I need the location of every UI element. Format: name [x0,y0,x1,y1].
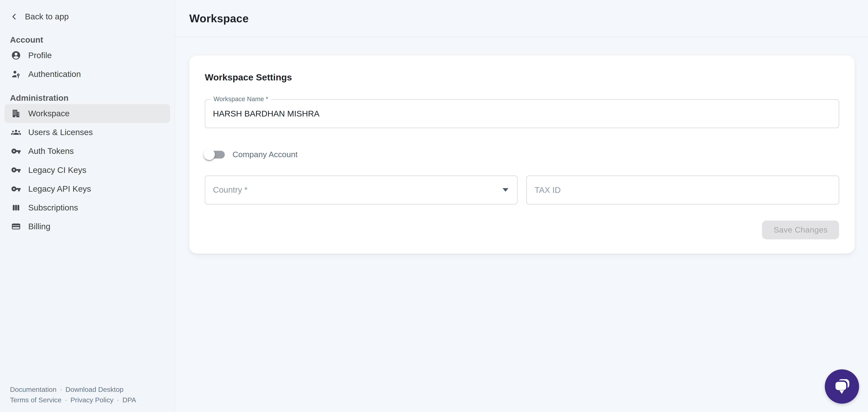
back-to-app-label: Back to app [25,12,69,21]
sidebar-item-label: Legacy CI Keys [28,165,86,175]
key-icon [11,184,21,194]
sidebar: Back to app Account Profile Authenticati… [0,0,175,412]
sidebar-footer: Documentation·Download Desktop Terms of … [0,384,175,412]
footer-separator: · [61,396,70,404]
tax-id-field [526,176,839,204]
sidebar-item-label: Authentication [28,69,81,79]
sidebar-item-label: Subscriptions [28,203,78,212]
key-icon [11,146,21,156]
sidebar-item-profile[interactable]: Profile [4,46,170,65]
sidebar-item-legacy-api-keys[interactable]: Legacy API Keys [4,179,170,198]
workspace-settings-card: Workspace Settings Workspace Name * Comp… [189,55,855,254]
sidebar-item-label: Billing [28,222,51,231]
footer-row: Terms of Service·Privacy Policy·DPA [10,395,168,405]
back-to-app-button[interactable]: Back to app [10,10,164,23]
footer-link-download-desktop[interactable]: Download Desktop [65,386,124,393]
sidebar-item-users-licenses[interactable]: Users & Licenses [4,123,170,142]
card-title: Workspace Settings [205,55,839,83]
footer-separator: · [114,396,122,404]
company-account-toggle[interactable] [205,149,225,160]
columns-icon [11,203,21,213]
building-icon [11,109,21,118]
save-changes-button[interactable]: Save Changes [762,220,839,239]
card-actions: Save Changes [205,220,839,239]
groups-icon [11,127,21,137]
sidebar-section-administration: Administration Workspace Users & License… [0,92,175,236]
account-circle-icon [11,50,21,60]
tax-id-input[interactable] [527,176,839,204]
country-tax-row: Country * [205,176,839,204]
sidebar-item-legacy-ci-keys[interactable]: Legacy CI Keys [4,160,170,179]
person-key-icon [11,69,21,79]
app-root: Back to app Account Profile Authenticati… [0,0,868,412]
chat-icon [830,375,854,398]
sidebar-item-label: Auth Tokens [28,146,74,156]
chevron-down-icon [503,188,508,192]
page-title: Workspace [189,12,249,25]
footer-link-dpa[interactable]: DPA [122,396,136,404]
sidebar-item-billing[interactable]: Billing [4,217,170,236]
main-area: Workspace Workspace Settings Workspace N… [175,0,868,412]
sidebar-item-auth-tokens[interactable]: Auth Tokens [4,142,170,160]
sidebar-item-workspace[interactable]: Workspace [4,104,170,123]
company-account-label: Company Account [232,150,298,159]
key-icon [11,165,21,175]
sidebar-item-subscriptions[interactable]: Subscriptions [4,198,170,217]
main-content: Workspace Settings Workspace Name * Comp… [175,37,868,412]
credit-card-icon [11,222,21,231]
section-title-administration: Administration [10,92,164,104]
footer-separator: · [57,386,65,393]
footer-row: Documentation·Download Desktop [10,384,168,395]
main-header: Workspace [175,0,868,37]
company-account-row: Company Account [205,144,839,165]
chat-widget-button[interactable] [825,370,859,404]
footer-link-terms-of-service[interactable]: Terms of Service [10,396,61,404]
sidebar-item-authentication[interactable]: Authentication [4,65,170,84]
country-select[interactable]: Country * [205,176,518,204]
section-title-account: Account [10,34,164,46]
country-label: Country * [213,176,248,204]
footer-link-documentation[interactable]: Documentation [10,386,56,393]
workspace-name-field: Workspace Name * [205,99,839,128]
footer-link-privacy-policy[interactable]: Privacy Policy [70,396,113,404]
workspace-name-input[interactable] [205,99,839,128]
toggle-thumb [204,149,215,160]
workspace-name-label: Workspace Name * [211,95,271,103]
sidebar-item-label: Profile [28,51,52,60]
sidebar-item-label: Legacy API Keys [28,184,91,194]
sidebar-item-label: Users & Licenses [28,127,93,137]
sidebar-item-label: Workspace [28,109,70,118]
sidebar-section-account: Account Profile Authentication [0,34,175,84]
chevron-left-icon [10,12,19,21]
